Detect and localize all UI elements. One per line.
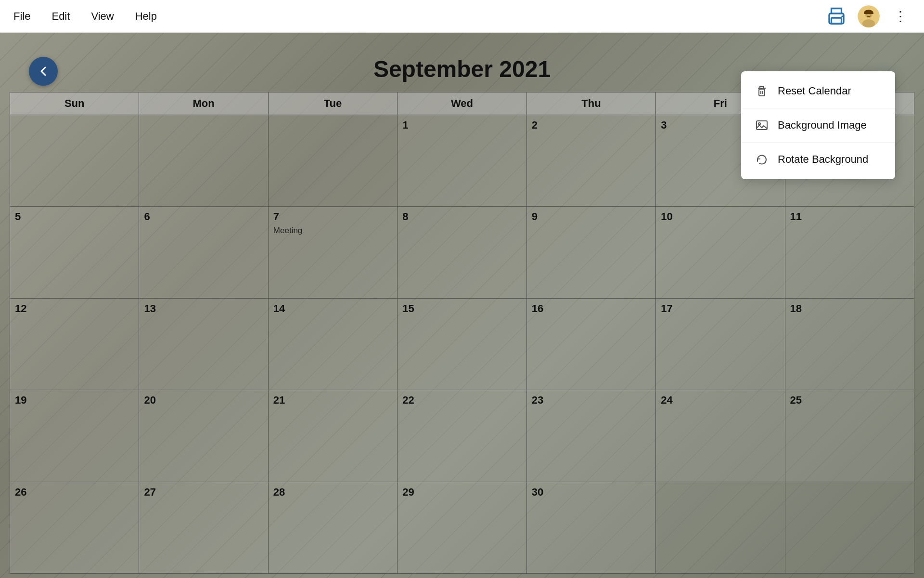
- calendar-area: September 2021 Sun Mon Tue Wed Thu Fri S…: [0, 33, 924, 578]
- table-row[interactable]: 13: [139, 299, 268, 390]
- reset-calendar-button[interactable]: Reset Calendar: [741, 75, 895, 107]
- menubar: File Edit View Help: [0, 0, 924, 33]
- menu-divider-2: [741, 142, 895, 143]
- menu-view[interactable]: View: [89, 6, 116, 26]
- table-row[interactable]: 27: [139, 482, 268, 574]
- day-header-wed: Wed: [398, 92, 526, 115]
- table-row[interactable]: 29: [398, 482, 526, 574]
- table-row[interactable]: 23: [527, 390, 656, 482]
- table-row[interactable]: 19: [10, 390, 139, 482]
- context-menu: Reset Calendar Background Image: [741, 71, 895, 179]
- table-row[interactable]: 22: [398, 390, 526, 482]
- event-meeting: Meeting: [273, 226, 392, 236]
- table-row[interactable]: 30: [527, 482, 656, 574]
- table-row[interactable]: 11: [785, 207, 914, 298]
- day-header-sun: Sun: [10, 92, 139, 115]
- printer-icon: [825, 5, 848, 28]
- menu-edit[interactable]: Edit: [50, 6, 72, 26]
- table-row[interactable]: 21: [269, 390, 398, 482]
- table-row[interactable]: 8: [398, 207, 526, 298]
- menubar-right: ⋮: [825, 5, 912, 28]
- table-row[interactable]: 17: [656, 299, 785, 390]
- background-image-label: Background Image: [778, 119, 867, 131]
- table-row[interactable]: [785, 482, 914, 574]
- table-row[interactable]: 26: [10, 482, 139, 574]
- svg-point-2: [841, 15, 843, 17]
- day-header-tue: Tue: [269, 92, 398, 115]
- trash-icon: [755, 84, 769, 98]
- table-row[interactable]: 1: [398, 115, 526, 207]
- image-icon: [755, 118, 769, 132]
- menu-help[interactable]: Help: [133, 6, 159, 26]
- svg-point-14: [758, 123, 760, 125]
- avatar-button[interactable]: [858, 5, 880, 27]
- svg-rect-1: [832, 18, 842, 24]
- table-row[interactable]: 2: [527, 115, 656, 207]
- table-row[interactable]: 10: [656, 207, 785, 298]
- table-row[interactable]: 25: [785, 390, 914, 482]
- print-button[interactable]: [825, 5, 848, 28]
- back-button[interactable]: [29, 57, 58, 86]
- rotate-background-label: Rotate Background: [778, 153, 868, 166]
- menu-divider-1: [741, 108, 895, 108]
- rotate-background-button[interactable]: Rotate Background: [741, 144, 895, 175]
- table-row[interactable]: 16: [527, 299, 656, 390]
- table-row[interactable]: 24: [656, 390, 785, 482]
- table-row[interactable]: 18: [785, 299, 914, 390]
- table-row[interactable]: 12: [10, 299, 139, 390]
- calendar-grid: 1 2 3 4 5 6 7 Meeting 8 9 10 11 12 13 14…: [10, 115, 914, 574]
- more-options-button[interactable]: ⋮: [889, 5, 912, 28]
- avatar-icon: [858, 5, 880, 27]
- rotate-icon: [755, 152, 769, 167]
- table-row[interactable]: [10, 115, 139, 207]
- chevron-left-icon: [37, 65, 50, 78]
- table-row[interactable]: [269, 115, 398, 207]
- table-row[interactable]: 28: [269, 482, 398, 574]
- table-row[interactable]: 7 Meeting: [269, 207, 398, 298]
- table-row[interactable]: 20: [139, 390, 268, 482]
- day-header-mon: Mon: [139, 92, 268, 115]
- table-row[interactable]: 6: [139, 207, 268, 298]
- table-row[interactable]: 15: [398, 299, 526, 390]
- table-row[interactable]: [139, 115, 268, 207]
- table-row[interactable]: 14: [269, 299, 398, 390]
- table-row[interactable]: 9: [527, 207, 656, 298]
- day-header-thu: Thu: [527, 92, 656, 115]
- menu-file[interactable]: File: [12, 6, 32, 26]
- svg-rect-10: [759, 89, 765, 96]
- reset-calendar-label: Reset Calendar: [778, 85, 851, 97]
- table-row[interactable]: [656, 482, 785, 574]
- background-image-button[interactable]: Background Image: [741, 109, 895, 141]
- table-row[interactable]: 5: [10, 207, 139, 298]
